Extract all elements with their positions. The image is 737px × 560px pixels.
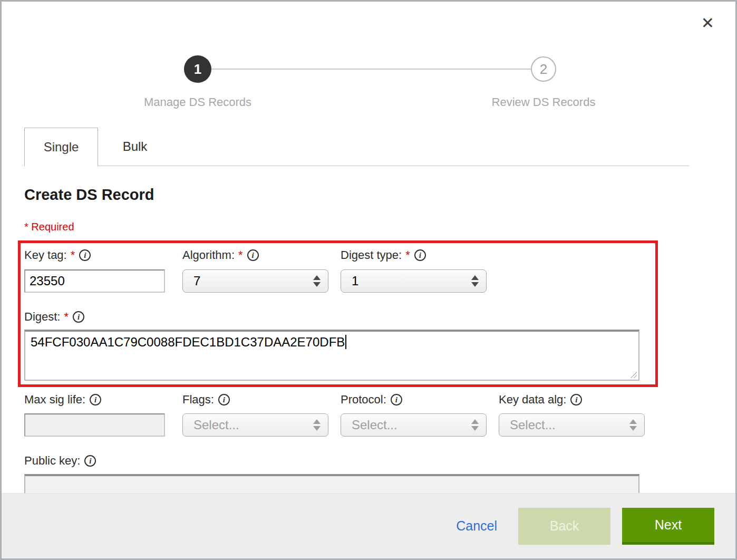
digest-label: Digest: * i [24, 310, 84, 324]
required-note: * Required [24, 221, 74, 233]
step-2-circle: 2 [531, 56, 556, 82]
step-2-label: Review DS Records [492, 95, 596, 109]
protocol-label-text: Protocol: [341, 393, 386, 407]
back-button-label: Back [550, 518, 579, 534]
max-sig-life-label: Max sig life: i [24, 393, 101, 407]
step-2-number: 2 [540, 61, 547, 78]
close-icon[interactable]: ✕ [701, 15, 714, 31]
next-button-label: Next [655, 517, 682, 533]
info-icon[interactable]: i [218, 394, 230, 405]
public-key-label-text: Public key: [24, 454, 80, 468]
tab-single[interactable]: Single [24, 128, 98, 166]
info-icon[interactable]: i [90, 394, 101, 405]
key-tag-label: Key tag: * i [24, 248, 91, 262]
algorithm-label-text: Algorithm: [182, 248, 235, 262]
spinner-arrows-icon [629, 419, 637, 431]
spinner-arrows-icon [313, 419, 321, 431]
key-data-alg-select-value: Select... [510, 418, 644, 432]
info-icon[interactable]: i [84, 455, 96, 467]
info-icon[interactable]: i [414, 249, 426, 261]
key-data-alg-label: Key data alg: i [499, 393, 582, 407]
info-icon[interactable]: i [247, 249, 259, 261]
flags-select[interactable]: Select... [182, 413, 328, 437]
digest-type-select-value: 1 [352, 274, 486, 288]
step-1-label: Manage DS Records [144, 95, 251, 109]
resize-handle[interactable] [628, 370, 637, 378]
key-tag-required-star: * [71, 248, 75, 262]
cancel-button[interactable]: Cancel [456, 518, 497, 534]
create-ds-record-dialog: ✕ 1 2 Manage DS Records Review DS Record… [0, 0, 737, 560]
back-button[interactable]: Back [518, 508, 610, 545]
digest-type-select[interactable]: 1 [341, 269, 487, 293]
digest-type-label-text: Digest type: [341, 248, 402, 262]
max-sig-life-input[interactable] [24, 413, 165, 437]
dialog-footer: Cancel Back Next [2, 493, 735, 558]
public-key-label: Public key: i [24, 454, 96, 468]
tab-bulk-label: Bulk [123, 139, 148, 154]
protocol-select-value: Select... [352, 418, 486, 432]
info-icon[interactable]: i [79, 249, 91, 261]
digest-label-text: Digest: [24, 310, 60, 324]
algorithm-select-value: 7 [193, 274, 328, 288]
flags-label-text: Flags: [182, 393, 214, 407]
protocol-label: Protocol: i [341, 393, 402, 407]
tab-bar: Single Bulk [24, 128, 689, 166]
digest-textarea[interactable]: 54FCF030AA1C79C0088FDEC1BD1C37DAA2E70DFB [24, 330, 639, 381]
info-icon[interactable]: i [570, 394, 582, 405]
flags-select-value: Select... [193, 418, 328, 432]
spinner-arrows-icon [313, 275, 321, 287]
step-1-circle: 1 [184, 55, 211, 83]
algorithm-required-star: * [238, 248, 243, 262]
page-title: Create DS Record [24, 186, 154, 204]
flags-label: Flags: i [182, 393, 230, 407]
step-1-number: 1 [194, 61, 201, 78]
key-tag-input[interactable] [24, 269, 165, 293]
info-icon[interactable]: i [73, 311, 84, 323]
max-sig-life-label-text: Max sig life: [24, 393, 85, 407]
info-icon[interactable]: i [391, 394, 402, 405]
digest-type-label: Digest type: * i [341, 248, 426, 262]
spinner-arrows-icon [471, 275, 479, 287]
digest-value: 54FCF030AA1C79C0088FDEC1BD1C37DAA2E70DFB [31, 335, 345, 349]
digest-type-required-star: * [405, 248, 410, 262]
spinner-arrows-icon [471, 419, 479, 431]
algorithm-label: Algorithm: * i [182, 248, 259, 262]
tab-bulk[interactable]: Bulk [98, 128, 172, 166]
key-data-alg-select[interactable]: Select... [499, 413, 645, 437]
stepper-connector [198, 69, 544, 70]
tab-single-label: Single [44, 140, 79, 155]
key-tag-label-text: Key tag: [24, 248, 67, 262]
key-data-alg-label-text: Key data alg: [499, 393, 566, 407]
text-cursor [345, 335, 346, 349]
digest-required-star: * [64, 310, 69, 324]
algorithm-select[interactable]: 7 [182, 269, 328, 293]
protocol-select[interactable]: Select... [341, 413, 487, 437]
next-button[interactable]: Next [622, 508, 714, 545]
